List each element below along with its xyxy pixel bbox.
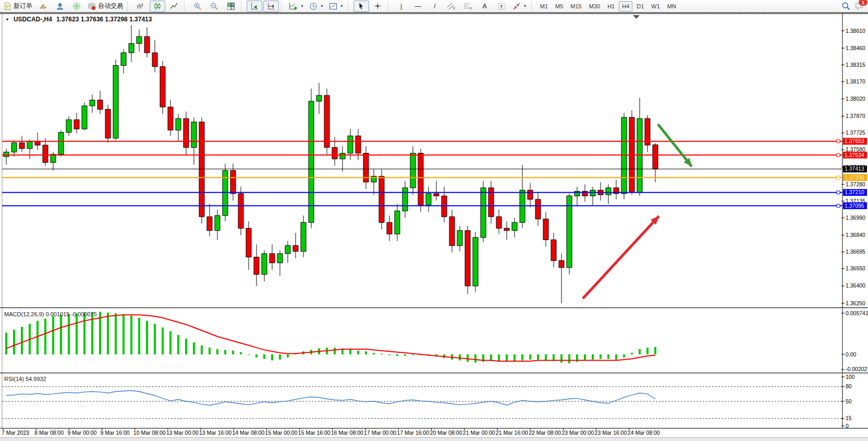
macd-histogram-bar (271, 354, 273, 360)
tile-windows-icon (227, 2, 235, 10)
timeframe-W1[interactable]: W1 (648, 1, 663, 11)
price-tick-label: 1.36550 (846, 265, 865, 271)
macd-histogram-bar (529, 354, 531, 360)
price-badge-label: 1.37210 (845, 189, 864, 195)
macd-histogram-bar (388, 354, 390, 355)
candle-body (606, 188, 611, 195)
macd-histogram-bar (115, 313, 117, 354)
candle-body (270, 254, 275, 263)
candle-body (387, 222, 392, 234)
indicators-button[interactable]: ▼ (287, 1, 306, 12)
candle-body (137, 37, 142, 43)
hline-handle[interactable] (837, 191, 840, 194)
periods-button[interactable]: ▼ (307, 1, 326, 12)
arrows-icon (512, 2, 521, 10)
candle-body (176, 118, 181, 130)
macd-histogram-bar (412, 354, 414, 355)
chart-shift-button[interactable] (263, 1, 279, 12)
line-chart-button[interactable] (166, 1, 182, 12)
timeframe-D1[interactable]: D1 (633, 1, 647, 11)
candle-body (551, 240, 556, 260)
timeframe-M30[interactable]: M30 (586, 1, 603, 11)
time-label: 13 Mar 16:00 (199, 430, 231, 436)
hline-handle[interactable] (837, 153, 840, 157)
macd-histogram-bar (138, 318, 140, 354)
timeframe-M1[interactable]: M1 (537, 1, 551, 11)
pane-background (2, 15, 842, 428)
cursor-button[interactable] (353, 1, 369, 12)
timeframe-H4[interactable]: H4 (619, 1, 632, 11)
deposit-button[interactable] (35, 1, 51, 12)
candle-body (418, 153, 423, 206)
macd-histogram-bar (654, 347, 656, 354)
macd-name: MACD(12,26,9) (4, 311, 44, 317)
tile-windows-button[interactable] (223, 1, 239, 12)
bar-chart-button[interactable] (133, 1, 149, 12)
macd-histogram-bar (193, 342, 195, 354)
hline-handle[interactable] (837, 204, 840, 207)
rsi-tick-label: 50 (846, 398, 852, 404)
time-label: 24 Mar 08:00 (628, 430, 660, 436)
text-button[interactable]: A (477, 1, 493, 12)
hline-handle[interactable] (837, 176, 840, 179)
vertical-line-button[interactable]: | (394, 1, 409, 12)
candlestick-chart-button[interactable] (150, 1, 165, 12)
candle-body (74, 120, 79, 129)
price-badge-label: 1.37534 (845, 152, 864, 158)
macd-histogram-bar (185, 339, 187, 354)
zoom-out-icon (210, 2, 218, 10)
candle-body (144, 37, 150, 53)
macd-histogram-bar (279, 354, 281, 360)
template-icon (329, 2, 337, 10)
time-label: 23 Mar 16:00 (595, 430, 627, 436)
macd-histogram-bar (36, 321, 39, 354)
zoom-out-button[interactable] (206, 1, 222, 12)
autotrading-button[interactable]: 自动交易 (85, 1, 125, 12)
time-label: 20 Mar 08:00 (430, 430, 462, 436)
horizontal-line-button[interactable]: — (410, 1, 426, 12)
macd-histogram-bar (373, 353, 375, 354)
timeframe-H1[interactable]: H1 (604, 1, 618, 11)
macd-histogram-bar (467, 354, 469, 362)
search-icon[interactable] (841, 2, 850, 10)
candle-body (442, 196, 447, 217)
signal-icon (72, 2, 81, 10)
hline-handle[interactable] (837, 140, 840, 143)
crosshair-button[interactable] (370, 1, 386, 12)
equidistant-channel-button[interactable]: E (444, 1, 459, 12)
zoom-in-icon (193, 2, 202, 10)
time-label: 15 Mar 00:00 (265, 430, 298, 436)
signals-button[interactable] (69, 1, 84, 12)
macd-histogram-bar (240, 352, 242, 354)
candle-body (653, 145, 658, 169)
macd-histogram-bar (162, 328, 164, 354)
new-order-button[interactable]: 新订单 (2, 1, 34, 12)
macd-tick-label: 0.005741 (846, 310, 868, 316)
chart-canvas[interactable]: 1.386101.384601.383151.381701.380201.378… (0, 14, 868, 437)
timeframe-MN[interactable]: MN (664, 1, 679, 11)
macd-histogram-bar (83, 313, 85, 354)
candle-body (520, 190, 525, 222)
macd-histogram-bar (201, 345, 203, 354)
macd-histogram-bar (130, 316, 132, 354)
time-label: 13 Mar 00:00 (166, 430, 199, 436)
auto-scroll-button[interactable] (247, 1, 262, 12)
community-button[interactable] (52, 1, 68, 12)
chart-window[interactable]: ▼ USDCAD-,H4 1.37623 1.37636 1.37298 1.3… (0, 14, 868, 437)
macd-histogram-bar (474, 354, 476, 363)
arrows-button[interactable]: ▼ (510, 1, 529, 12)
timeframe-M5[interactable]: M5 (552, 1, 566, 11)
macd-histogram-bar (349, 349, 351, 354)
templates-button[interactable]: ▼ (327, 1, 346, 12)
macd-histogram-bar (123, 314, 125, 354)
text-label-button[interactable]: T (494, 1, 509, 12)
notifications-icon[interactable]: 1 (854, 2, 864, 10)
zoom-in-button[interactable] (190, 1, 205, 12)
trendline-button[interactable]: / (427, 1, 443, 12)
timeframe-M15[interactable]: M15 (567, 1, 584, 11)
price-tick-label: 1.36695 (846, 248, 865, 255)
fibonacci-button[interactable]: F (460, 1, 476, 12)
price-tick-label: 1.37725 (846, 129, 865, 136)
candle-body (230, 171, 236, 194)
candle-body (19, 143, 25, 149)
